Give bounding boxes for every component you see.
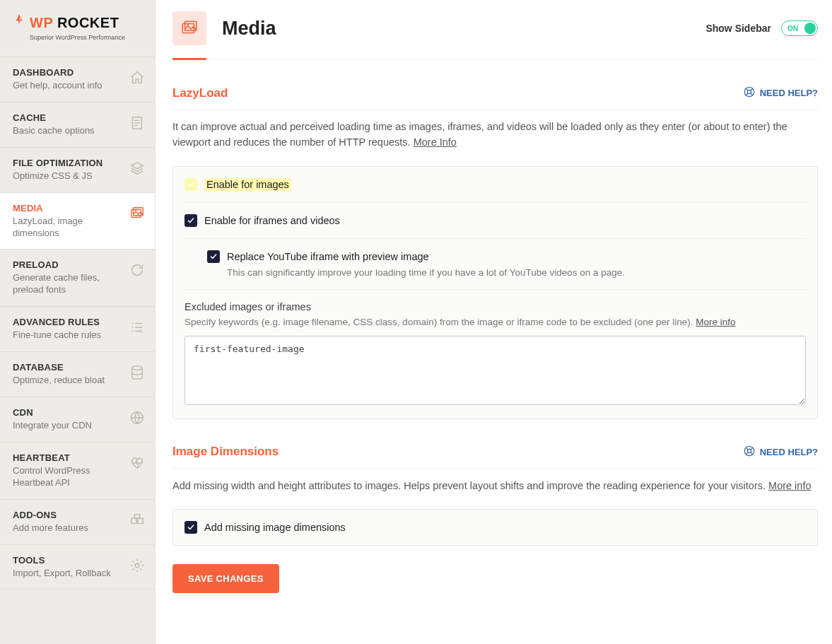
nav-title: ADD-ONS	[13, 510, 122, 520]
nav-title: ADVANCED RULES	[13, 317, 122, 327]
sidebar-item-cdn[interactable]: CDN Integrate your CDN	[0, 397, 155, 442]
need-help-label: NEED HELP?	[760, 88, 818, 98]
sidebar: WP ROCKET Superior WordPress Performance…	[0, 0, 156, 644]
database-icon	[129, 365, 145, 380]
image-dimensions-section: Image Dimensions NEED HELP? Add missing …	[172, 445, 818, 546]
sidebar-item-media[interactable]: MEDIA LazyLoad, image dimensions	[0, 192, 155, 250]
help-icon	[743, 86, 756, 100]
sidebar-item-cache[interactable]: CACHE Basic cache options	[0, 102, 155, 147]
rocket-icon	[13, 13, 25, 33]
add-missing-label: Add missing image dimensions	[204, 522, 346, 533]
nav-subtitle: LazyLoad, image dimensions	[13, 216, 122, 240]
layers-icon	[129, 160, 145, 176]
image-dim-description: Add missing width and height attributes …	[172, 479, 818, 494]
gear-icon	[129, 558, 145, 573]
nav-subtitle: Basic cache options	[13, 125, 122, 137]
lazyload-section: LazyLoad NEED HELP? It can improve actua…	[172, 86, 818, 419]
nav-subtitle: Add more features	[13, 522, 122, 534]
nav-subtitle: Import, Export, Rollback	[13, 568, 122, 580]
replace-youtube-label: Replace YouTube iframe with preview imag…	[227, 251, 429, 262]
help-icon	[743, 445, 756, 459]
lazyload-title: LazyLoad	[172, 86, 228, 100]
excluded-title: Excluded images or iframes	[184, 301, 806, 312]
nav-subtitle: Get help, account info	[13, 80, 122, 92]
accent-bar	[172, 58, 206, 60]
replace-youtube-help: This can significantly improve your load…	[227, 267, 806, 278]
save-changes-button[interactable]: SAVE CHANGES	[172, 564, 279, 593]
boxes-icon	[129, 513, 145, 528]
toggle-on-label: ON	[787, 25, 798, 33]
nav-title: CACHE	[13, 112, 122, 123]
nav-title: PRELOAD	[13, 259, 122, 270]
add-missing-checkbox[interactable]	[184, 521, 197, 534]
toggle-knob	[804, 23, 816, 34]
image-dim-title: Image Dimensions	[172, 445, 279, 459]
globe-icon	[129, 410, 145, 426]
enable-iframes-label: Enable for iframes and videos	[204, 215, 340, 226]
brand-name: WP ROCKET	[30, 15, 119, 31]
nav-title: MEDIA	[13, 203, 122, 213]
heartbeat-icon	[129, 455, 145, 471]
nav-title: TOOLS	[13, 555, 122, 566]
sidebar-item-tools[interactable]: TOOLS Import, Export, Rollback	[0, 544, 155, 590]
lazyload-description: It can improve actual and perceived load…	[172, 119, 818, 151]
replace-youtube-checkbox[interactable]	[207, 250, 220, 263]
images-icon	[129, 206, 145, 221]
page-header: Media Show Sidebar ON	[172, 7, 818, 60]
nav-title: DASHBOARD	[13, 67, 122, 78]
nav-subtitle: Control WordPress Heartbeat API	[13, 465, 122, 489]
main-content: Media Show Sidebar ON LazyLoad NEED HELP…	[156, 0, 832, 644]
list-icon	[129, 320, 145, 335]
nav-title: FILE OPTIMIZATION	[13, 158, 122, 168]
page-title: Media	[222, 18, 276, 40]
nav-title: DATABASE	[13, 362, 122, 373]
need-help-label: NEED HELP?	[760, 447, 818, 457]
excluded-more-link[interactable]: More info	[696, 317, 735, 327]
image-dim-panel: Add missing image dimensions	[172, 509, 818, 546]
nav-subtitle: Optimize CSS & JS	[13, 170, 122, 182]
need-help-button[interactable]: NEED HELP?	[743, 86, 818, 100]
refresh-icon	[129, 262, 145, 278]
sidebar-item-database[interactable]: DATABASE Optimize, reduce bloat	[0, 351, 155, 397]
show-sidebar-label: Show Sidebar	[705, 23, 771, 34]
sidebar-item-file-optimization[interactable]: FILE OPTIMIZATION Optimize CSS & JS	[0, 147, 155, 192]
excluded-textarea[interactable]	[184, 336, 806, 405]
enable-images-checkbox[interactable]	[184, 178, 197, 191]
home-icon	[129, 70, 145, 86]
sidebar-item-heartbeat[interactable]: HEARTBEAT Control WordPress Heartbeat AP…	[0, 442, 155, 499]
excluded-desc: Specify keywords (e.g. image filename, C…	[184, 317, 806, 327]
sidebar-item-add-ons[interactable]: ADD-ONS Add more features	[0, 499, 155, 544]
sidebar-item-advanced-rules[interactable]: ADVANCED RULES Fine-tune cache rules	[0, 306, 155, 351]
sidebar-item-dashboard[interactable]: DASHBOARD Get help, account info	[0, 57, 155, 102]
more-info-link[interactable]: More info	[768, 480, 811, 491]
brand-logo: WP ROCKET Superior WordPress Performance	[0, 0, 155, 57]
lazyload-panel: Enable for images Enable for iframes and…	[172, 166, 818, 419]
need-help-button[interactable]: NEED HELP?	[743, 445, 818, 459]
nav-title: HEARTBEAT	[13, 452, 122, 463]
sidebar-item-preload[interactable]: PRELOAD Generate cache files, preload fo…	[0, 249, 155, 306]
nav-subtitle: Fine-tune cache rules	[13, 329, 122, 341]
brand-tagline: Superior WordPress Performance	[30, 34, 142, 41]
nav-subtitle: Generate cache files, preload fonts	[13, 272, 122, 296]
nav-title: CDN	[13, 407, 122, 418]
nav-subtitle: Optimize, reduce bloat	[13, 375, 122, 387]
enable-images-label: Enable for images	[204, 178, 291, 191]
images-icon	[172, 11, 206, 45]
more-info-link[interactable]: More Info	[414, 136, 457, 148]
show-sidebar-toggle[interactable]: ON	[781, 21, 818, 36]
nav-subtitle: Integrate your CDN	[13, 420, 122, 432]
file-icon	[129, 115, 145, 131]
enable-iframes-checkbox[interactable]	[184, 214, 197, 227]
